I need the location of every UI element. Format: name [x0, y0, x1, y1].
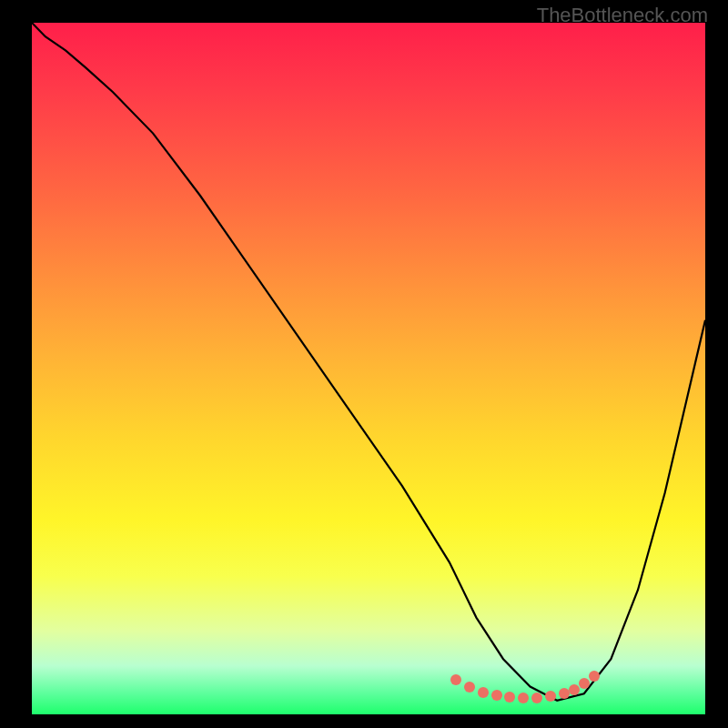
data-marker — [478, 687, 489, 698]
data-marker — [504, 692, 515, 703]
watermark-text: TheBottleneck.com — [537, 4, 708, 27]
data-marker — [491, 690, 502, 701]
marker-group — [32, 23, 705, 714]
data-marker — [531, 693, 542, 703]
chart-container: TheBottleneck.com — [0, 0, 728, 728]
data-marker — [579, 678, 590, 689]
data-marker — [569, 684, 580, 695]
data-marker — [518, 693, 529, 703]
data-marker — [464, 682, 475, 693]
data-marker — [589, 671, 600, 682]
plot-area — [32, 23, 705, 714]
data-marker — [545, 691, 556, 702]
data-marker — [450, 674, 461, 685]
